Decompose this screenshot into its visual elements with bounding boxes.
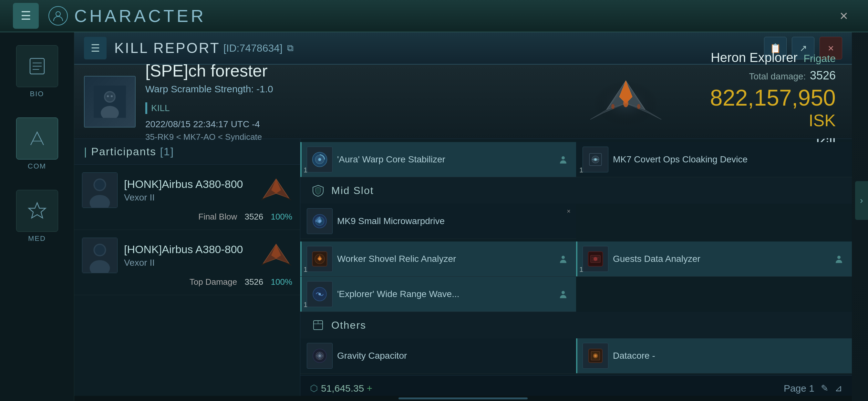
participant-avatar	[82, 173, 118, 208]
svg-point-15	[611, 104, 615, 109]
damage-amount: 3526	[244, 212, 263, 221]
medal-icon	[27, 201, 47, 220]
ship-class: Frigate	[803, 53, 836, 64]
fitted-person-icon-3	[834, 254, 844, 264]
active-accent	[300, 142, 302, 177]
svg-point-39	[318, 258, 321, 260]
item-cell[interactable]: MK9 Small Microwarpdrive ×	[300, 204, 576, 239]
vexor-ship-icon	[260, 177, 292, 203]
item-icon	[307, 147, 333, 173]
active-accent	[576, 242, 578, 276]
app-close-button[interactable]: ×	[833, 4, 855, 27]
others-items: Gravity Capacitor	[300, 338, 852, 374]
edit-button[interactable]: ✎	[821, 383, 828, 394]
item-icon	[307, 281, 333, 307]
svg-point-43	[593, 257, 597, 261]
item-cell[interactable]: Gravity Capacitor	[300, 338, 576, 374]
wave-scanner-icon	[310, 284, 330, 304]
svg-point-22	[95, 180, 104, 190]
item-cell[interactable]: 1 Guests Data Analyzer	[576, 242, 852, 277]
participant-damage: Final Blow 3526 100%	[82, 212, 292, 222]
sidebar-item-combat[interactable]: Com	[16, 118, 58, 171]
medal-button[interactable]	[16, 190, 58, 232]
sidebar-item-medal[interactable]: Med	[16, 190, 58, 243]
top-bar: ☰ CHARACTER ×	[0, 0, 868, 32]
participant-item[interactable]: [HONK]Airbus A380-800 Vexor II	[74, 230, 300, 295]
participant-avatar	[82, 238, 118, 273]
total-damage-value: 3526	[810, 69, 836, 82]
participant-name: [HONK]Airbus A380-800	[124, 178, 260, 190]
bio-icon	[27, 57, 47, 76]
participant-ship: Vexor II	[124, 258, 260, 268]
app-title: CHARACTER	[74, 6, 206, 26]
participant-item[interactable]: [HONK]Airbus A380-800 Vexor II	[74, 165, 300, 230]
person-icon	[833, 252, 845, 266]
person-icon	[557, 252, 569, 266]
others-section: Others	[300, 312, 852, 374]
item-cell[interactable]: 1 'Aura' Warp Core Stabilizer	[300, 142, 576, 177]
item-name: Guests Data Analyzer	[613, 253, 833, 265]
panel-hamburger-icon: ☰	[91, 42, 100, 54]
item-cell[interactable]: Datacore -	[576, 338, 852, 374]
item-icon	[307, 343, 333, 369]
victim-header: [SPE]ch forester Warp Scramble Strength:…	[74, 65, 852, 139]
combat-button[interactable]	[16, 118, 58, 159]
datacore-icon	[586, 346, 605, 366]
scrollbar-thumb[interactable]	[399, 397, 528, 399]
item-icon	[307, 246, 333, 272]
svg-point-16	[637, 104, 640, 109]
items-scroll[interactable]: 1 'Aura' Warp Core Stabilizer	[300, 139, 852, 375]
others-title: Others	[331, 319, 366, 331]
damage-percent: 100%	[271, 212, 292, 221]
item-close-button[interactable]: ×	[564, 206, 574, 216]
character-icon	[49, 6, 68, 26]
damage-type-label: Final Blow	[198, 212, 237, 221]
ship-image	[581, 71, 671, 135]
character-silhouette-icon	[52, 10, 64, 22]
participant-portrait-icon	[82, 238, 117, 273]
fitted-person-icon-2	[558, 254, 568, 264]
panel-menu-button[interactable]: ☰	[84, 37, 106, 59]
participant-damage: Top Damage 3526 100%	[82, 277, 292, 287]
total-damage-label: Total damage:	[749, 71, 806, 81]
relic-analyzer-icon	[310, 249, 330, 269]
item-cell[interactable]: 1 Worker Shovel Relic Analyzer	[300, 242, 576, 277]
vexor-ship-icon-2	[260, 243, 292, 268]
svg-point-14	[623, 99, 628, 107]
person-icon	[557, 153, 569, 166]
fitted-items-row: 1 'Aura' Warp Core Stabilizer	[300, 142, 852, 177]
others-header: Others	[300, 312, 852, 338]
bio-button[interactable]	[16, 45, 58, 87]
item-cell[interactable]: 1 'Explorer' Wide Range Wave...	[300, 277, 576, 312]
filter-button[interactable]: ⊿	[835, 383, 842, 394]
copy-icon[interactable]: ⧉	[287, 43, 293, 54]
combat-label: Com	[28, 162, 46, 171]
participants-count: [1]	[160, 145, 174, 158]
item-icon	[583, 147, 609, 173]
microwarpdrive-icon	[310, 212, 330, 231]
participant-ship: Vexor II	[124, 192, 260, 203]
others-slot-icon	[310, 317, 326, 333]
sidebar-item-bio[interactable]: Bio	[16, 45, 58, 98]
hamburger-icon: ☰	[21, 9, 31, 23]
collapse-handle[interactable]: ›	[855, 181, 868, 220]
wallet-icon: ⬡	[310, 383, 318, 394]
item-name: MK9 Small Microwarpdrive	[337, 215, 569, 227]
svg-point-53	[318, 354, 321, 357]
item-name: MK7 Covert Ops Cloaking Device	[613, 154, 845, 165]
gravity-capacitor-icon	[310, 346, 330, 366]
scrollbar-track	[74, 396, 852, 401]
participant-details: [HONK]Airbus A380-800 Vexor II	[124, 243, 260, 268]
top-menu-button[interactable]: ☰	[13, 3, 39, 29]
active-accent	[300, 242, 302, 276]
mid-slot-title: Mid Slot	[331, 185, 374, 197]
participant-portrait-icon	[82, 173, 117, 208]
shield-slot-icon	[310, 182, 326, 198]
participants-panel: | Participants [1]	[74, 139, 300, 401]
svg-point-33	[594, 158, 597, 161]
box-icon	[312, 319, 324, 332]
victim-stats: Heron Explorer Frigate Total damage: 352…	[681, 65, 842, 138]
svg-point-10	[105, 92, 114, 101]
item-cell[interactable]: 1 MK7 Covert Ops Cloaking Device	[576, 142, 852, 177]
panel-id: [ID:7478634]	[223, 42, 283, 54]
